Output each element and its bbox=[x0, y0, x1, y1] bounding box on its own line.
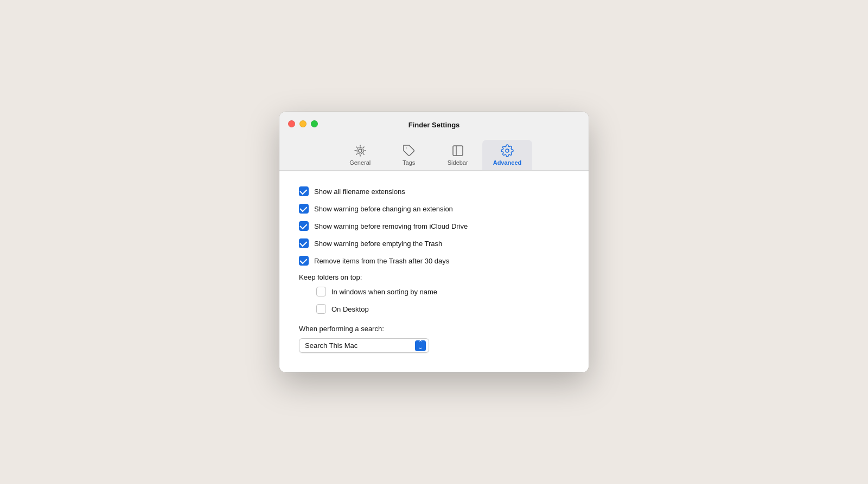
keep-folders-label: Keep folders on top: bbox=[299, 273, 569, 281]
checkbox-remove-trash-box[interactable] bbox=[299, 256, 309, 266]
checkbox-warn-icloud-label: Show warning before removing from iCloud… bbox=[314, 222, 468, 230]
close-button[interactable] bbox=[288, 120, 295, 127]
svg-point-1 bbox=[357, 147, 363, 154]
sidebar-icon bbox=[451, 144, 464, 157]
tab-bar: General Tags Sidebar bbox=[288, 135, 580, 170]
checkbox-on-desktop-label: On Desktop bbox=[331, 305, 369, 313]
checkbox-windows-sort[interactable]: In windows when sorting by name bbox=[316, 287, 569, 296]
tab-sidebar-label: Sidebar bbox=[448, 159, 468, 166]
checkbox-warn-extension[interactable]: Show warning before changing an extensio… bbox=[299, 204, 569, 214]
search-select-wrapper: Search This Mac Search the Current Folde… bbox=[299, 338, 429, 353]
tab-sidebar[interactable]: Sidebar bbox=[433, 140, 482, 170]
general-icon bbox=[354, 144, 367, 157]
search-select[interactable]: Search This Mac Search the Current Folde… bbox=[299, 338, 429, 353]
checkbox-warn-icloud[interactable]: Show warning before removing from iCloud… bbox=[299, 221, 569, 231]
finder-settings-window: Finder Settings General Tags bbox=[279, 112, 589, 372]
window-title: Finder Settings bbox=[288, 121, 580, 129]
tab-tags[interactable]: Tags bbox=[385, 140, 433, 170]
checkbox-warn-extension-label: Show warning before changing an extensio… bbox=[314, 205, 453, 213]
checkbox-warn-icloud-box[interactable] bbox=[299, 221, 309, 231]
svg-point-5 bbox=[506, 149, 509, 152]
checkbox-on-desktop-box[interactable] bbox=[316, 304, 326, 314]
tags-icon bbox=[403, 144, 416, 157]
svg-rect-3 bbox=[453, 146, 463, 156]
checkbox-show-extensions[interactable]: Show all filename extensions bbox=[299, 186, 569, 196]
checkbox-on-desktop[interactable]: On Desktop bbox=[316, 304, 569, 314]
search-label: When performing a search: bbox=[299, 325, 569, 333]
tab-general[interactable]: General bbox=[336, 140, 385, 170]
checkbox-warn-extension-box[interactable] bbox=[299, 204, 309, 214]
tab-advanced[interactable]: Advanced bbox=[482, 140, 533, 170]
checkbox-show-extensions-label: Show all filename extensions bbox=[314, 188, 405, 196]
checkbox-remove-trash-label: Remove items from the Trash after 30 day… bbox=[314, 257, 449, 265]
checkbox-windows-sort-label: In windows when sorting by name bbox=[331, 288, 437, 296]
titlebar: Finder Settings General Tags bbox=[279, 112, 589, 171]
svg-point-0 bbox=[359, 149, 362, 152]
tab-tags-label: Tags bbox=[403, 159, 415, 166]
tab-advanced-label: Advanced bbox=[493, 159, 522, 166]
checkbox-windows-sort-box[interactable] bbox=[316, 287, 326, 296]
minimize-button[interactable] bbox=[299, 120, 307, 127]
maximize-button[interactable] bbox=[311, 120, 318, 127]
content-area: Show all filename extensions Show warnin… bbox=[279, 171, 589, 372]
checkbox-remove-trash[interactable]: Remove items from the Trash after 30 day… bbox=[299, 256, 569, 266]
search-section: When performing a search: Search This Ma… bbox=[299, 325, 569, 353]
advanced-icon bbox=[501, 144, 514, 157]
tab-general-label: General bbox=[349, 159, 371, 166]
checkbox-show-extensions-box[interactable] bbox=[299, 186, 309, 196]
checkbox-warn-trash[interactable]: Show warning before emptying the Trash bbox=[299, 238, 569, 248]
checkbox-warn-trash-box[interactable] bbox=[299, 238, 309, 248]
checkbox-warn-trash-label: Show warning before emptying the Trash bbox=[314, 240, 442, 248]
